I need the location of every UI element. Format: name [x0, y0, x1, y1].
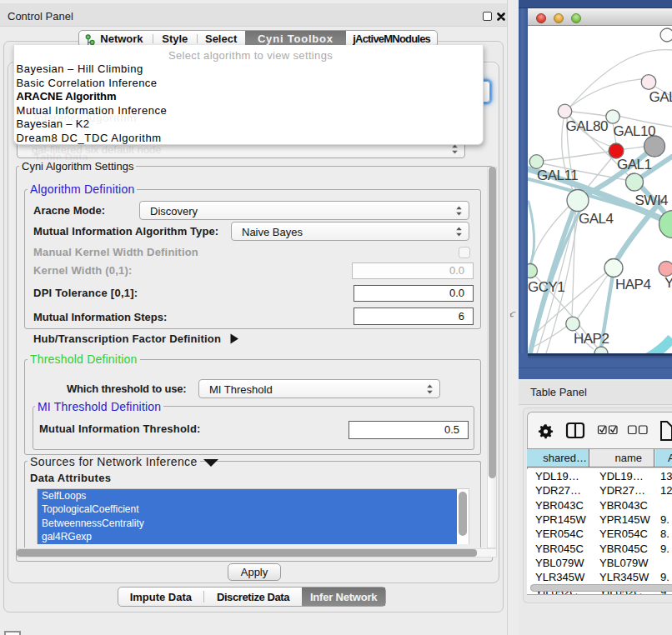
svg-text:GAL80: GAL80 — [566, 118, 608, 134]
svg-text:YM: YM — [664, 275, 672, 291]
svg-text:HAP2: HAP2 — [574, 331, 609, 347]
svg-text:GAL4: GAL4 — [579, 211, 614, 227]
svg-text:SWI4: SWI4 — [635, 192, 669, 208]
svg-text:GAL11: GAL11 — [537, 168, 578, 183]
svg-text:GCY1: GCY1 — [528, 279, 564, 295]
svg-text:GAL7: GAL7 — [649, 89, 672, 105]
svg-text:GAL10: GAL10 — [614, 123, 655, 139]
svg-text:HAP4: HAP4 — [615, 277, 650, 292]
svg-text:GAL1: GAL1 — [617, 157, 652, 172]
